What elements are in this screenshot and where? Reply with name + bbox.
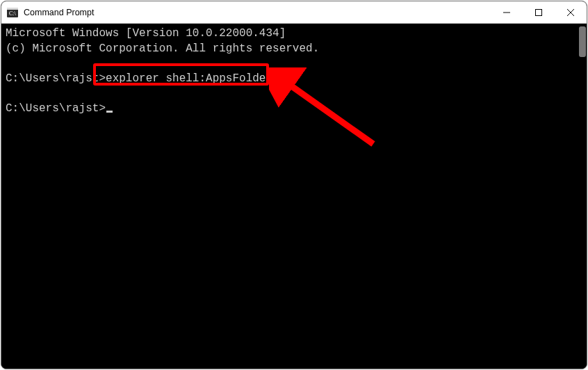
close-button[interactable] xyxy=(555,1,587,23)
command-entered: explorer shell:AppsFolder xyxy=(106,72,272,85)
svg-text:C:\: C:\ xyxy=(9,10,17,17)
maximize-button[interactable] xyxy=(523,1,555,23)
copyright-line: (c) Microsoft Corporation. All rights re… xyxy=(6,42,319,55)
prompt-2: C:\Users\rajst> xyxy=(6,102,106,115)
prompt-1-prefix: C:\Users\rajst> xyxy=(6,72,106,85)
svg-rect-1 xyxy=(7,8,18,10)
cmd-icon: C:\ xyxy=(7,7,18,18)
minimize-button[interactable] xyxy=(491,1,523,23)
window-controls xyxy=(491,1,587,23)
version-line: Microsoft Windows [Version 10.0.22000.43… xyxy=(6,27,286,40)
command-prompt-window: C:\ Command Prompt Microsoft Windows [Ve… xyxy=(1,1,587,369)
text-cursor xyxy=(106,111,113,113)
scrollbar-thumb[interactable] xyxy=(579,26,586,57)
terminal-output[interactable]: Microsoft Windows [Version 10.0.22000.43… xyxy=(1,24,587,369)
svg-rect-4 xyxy=(536,9,542,15)
window-title: Command Prompt xyxy=(24,8,491,17)
titlebar[interactable]: C:\ Command Prompt xyxy=(1,1,587,24)
